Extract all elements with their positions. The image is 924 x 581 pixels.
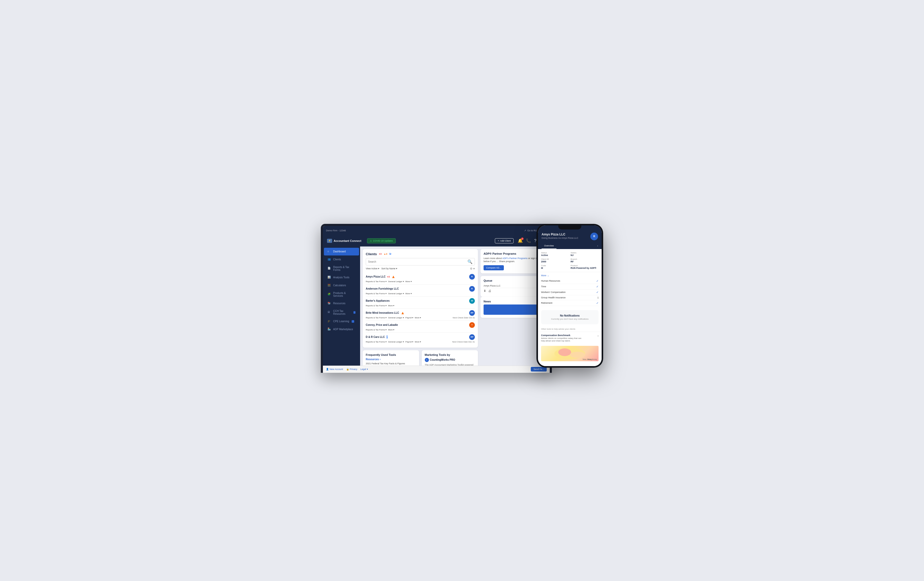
reports-dropdown-brite[interactable]: Reports & Tax Forms ▾ xyxy=(366,317,386,319)
tab-overview[interactable]: Overview xyxy=(541,243,556,249)
badge-red: ●3 xyxy=(379,253,381,255)
resource-item: 2021 Federal Tax Key Facts & Figures xyxy=(366,362,416,365)
phone: Amys Pizza LLC Doing Business As Amys Pi… xyxy=(536,224,603,368)
view-active-filter[interactable]: View Active ▾ xyxy=(366,267,380,270)
client-id-label: Client ID xyxy=(541,258,569,260)
sidebar-item-cpe[interactable]: 🎓 CPE Learning ↗ xyxy=(324,318,359,325)
download-icon[interactable]: ⬇ xyxy=(483,289,486,293)
hr-check-icon: ✓ xyxy=(596,279,599,283)
reports-dropdown-drcars[interactable]: Reports & Tax Forms ▾ xyxy=(366,341,386,343)
logo-area: ⚡ Accountant Connect xyxy=(327,239,363,243)
bottom-cards: Frequently Used Tools Resources › 2021 F… xyxy=(363,350,478,366)
payroll-dropdown-brite[interactable]: Payroll ▾ xyxy=(406,317,413,319)
ledger-dropdown-amys[interactable]: General Ledger ▾ xyxy=(388,281,404,283)
reports-dropdown-conroy[interactable]: Reports & Tax Forms ▾ xyxy=(366,328,386,331)
sidebar-item-calculators[interactable]: 🧮 Calculators xyxy=(324,282,359,289)
service-row-wc: Workers' Compensation ✓ xyxy=(541,290,599,295)
content-area: Clients ●3 ▲4 ℹ2 🔍 View xyxy=(360,246,550,366)
main-layout: ⌂ Dashboard 👥 Clients 📄 Reports & Tax Fo… xyxy=(323,246,550,366)
lock-icon: 🔒 xyxy=(346,368,349,370)
status-value: Active xyxy=(541,254,569,256)
marketing-tools-card: Marketing Tools by C CountingWorks PRO T… xyxy=(422,350,478,366)
client-row: Brite Mind Innovations LLC ▲ RP Reports … xyxy=(366,309,475,321)
brite-avatar: RP xyxy=(469,310,475,316)
more-dropdown-conroy[interactable]: More ▾ xyxy=(388,328,394,331)
sidebar-item-cch[interactable]: 🏛 CCH Tax Resources ↗ xyxy=(324,307,359,317)
filter-row: View Active ▾ Sort by Name ▾ ⚙ ▾ xyxy=(366,267,475,270)
status-label: Status xyxy=(541,252,569,254)
sidebar-item-resources[interactable]: 📚 Resources xyxy=(324,300,359,307)
badge-orange: ▲4 xyxy=(384,253,387,255)
reports-dropdown-barters[interactable]: Reports & Tax Forms ▾ xyxy=(366,304,386,307)
service-name-wc: Workers' Compensation xyxy=(541,291,566,294)
new-account-link[interactable]: 👤 New Account xyxy=(326,368,343,370)
search-bar: 🔍 xyxy=(366,258,475,266)
more-link[interactable]: More ⌄ xyxy=(541,274,599,277)
sidebar-label-cch: CCH Tax Resources xyxy=(333,310,351,315)
sidebar-item-analysis[interactable]: 📊 Analysis Tools xyxy=(324,274,359,281)
chevron-down-icon: ▾ xyxy=(378,267,380,270)
sidebar-item-marketplace[interactable]: 🏪 ADP Marketplace xyxy=(324,325,359,333)
more-dropdown-drcars[interactable]: More ▾ xyxy=(415,341,421,343)
puzzle-icon: 🧩 xyxy=(328,293,331,296)
notification-bell[interactable]: 🔔 9 xyxy=(518,238,523,243)
service-name-retirement: Retirement xyxy=(541,302,552,304)
brite-check-date: Next Check Date Oct 31 xyxy=(453,317,475,319)
payroll-dropdown-drcars[interactable]: Payroll ▾ xyxy=(406,341,413,343)
phone-screen: Amys Pizza LLC Doing Business As Amys Pi… xyxy=(538,225,602,366)
sidebar-label-marketplace: ADP Marketplace xyxy=(333,328,353,331)
wc-check-icon: ✓ xyxy=(596,290,599,294)
legal-link[interactable]: Legal ▾ xyxy=(360,368,368,370)
adp-link[interactable]: ADP's Partner Programs xyxy=(502,257,528,259)
sort-by-name-filter[interactable]: Sort by Name ▾ xyxy=(381,267,397,270)
sidebar-item-reports[interactable]: 📄 Reports & Tax Forms xyxy=(324,264,359,274)
client-name-amys: Amys Pizza LLC xyxy=(366,275,386,278)
ledger-dropdown-brite[interactable]: General Ledger ▾ xyxy=(388,317,404,319)
sidebar-label-resources: Resources xyxy=(333,302,345,305)
badge-blue: ℹ2 xyxy=(389,253,391,255)
comp-arrow-icon[interactable]: › xyxy=(597,334,599,338)
cwpro-brand: CountingWorks PRO xyxy=(430,358,455,361)
sidebar-label-cpe: CPE Learning xyxy=(333,320,349,323)
code-value: III xyxy=(541,267,569,269)
client-row: D & R Cars LLC ℹ RP Reports & Tax Forms … xyxy=(366,333,475,345)
client-name-conroy: Conroy, Price and Labadie xyxy=(366,324,398,326)
sidebar-label-products: Products & Services xyxy=(333,292,355,297)
more-dropdown-anderson[interactable]: More ▾ xyxy=(406,292,412,295)
reports-dropdown-anderson[interactable]: Reports & Tax Forms ▾ xyxy=(366,292,386,295)
phone-avatar: R xyxy=(590,233,598,240)
main-column: Clients ●3 ▲4 ℹ2 🔍 View xyxy=(363,249,478,363)
sidebar-item-clients[interactable]: 👥 Clients xyxy=(324,256,359,263)
compare-adp-button[interactable]: Compare AD... xyxy=(483,265,504,270)
help-icon[interactable]: ? xyxy=(534,239,536,243)
add-client-button[interactable]: + Add Client xyxy=(495,238,513,243)
clients-card: Clients ●3 ▲4 ℹ2 🔍 View xyxy=(363,249,478,348)
warning-icon: ⚠ xyxy=(370,239,372,242)
ledger-dropdown-anderson[interactable]: General Ledger ▾ xyxy=(388,292,404,295)
print-icon[interactable]: 🖨 xyxy=(488,289,491,293)
phone-header-row: Amys Pizza LLC Doing Business As Amys Pi… xyxy=(541,233,598,240)
covid-button[interactable]: ⚠ COVID-19 Updates xyxy=(367,238,396,243)
branch-label: Branch xyxy=(571,258,599,260)
resources-link[interactable]: Resources › xyxy=(366,358,416,361)
reports-dropdown-amys[interactable]: Reports & Tax Forms ▾ xyxy=(366,281,386,283)
more-dropdown-barters[interactable]: More ▾ xyxy=(388,304,394,307)
more-dropdown-brite[interactable]: More ▾ xyxy=(415,317,421,319)
chevron-icon: ▾ xyxy=(367,368,368,370)
sidebar-label-dashboard: Dashboard xyxy=(333,250,346,253)
client-name-anderson: Anderson Furnishings LLC xyxy=(366,287,399,290)
plus-icon: + xyxy=(498,239,499,242)
product-label: Product xyxy=(571,264,599,267)
privacy-link[interactable]: 🔒 Privacy xyxy=(346,368,358,370)
send-feedback-button[interactable]: Send Fe... xyxy=(531,367,547,371)
phone-icon[interactable]: 📞 xyxy=(526,238,531,243)
more-dropdown-amys[interactable]: More ▾ xyxy=(406,281,412,283)
drcars-check-date: Next Check Date Dec 31 xyxy=(452,341,475,343)
sidebar-item-dashboard[interactable]: ⌂ Dashboard xyxy=(324,248,359,256)
notification-count: 9 xyxy=(521,238,524,240)
sidebar-item-products[interactable]: 🧩 Products & Services xyxy=(324,290,359,299)
settings-button[interactable]: ⚙ ▾ xyxy=(470,267,475,270)
barters-avatar: W xyxy=(469,298,475,304)
search-input[interactable] xyxy=(368,260,466,263)
ledger-dropdown-drcars[interactable]: General Ledger ▾ xyxy=(388,341,404,343)
